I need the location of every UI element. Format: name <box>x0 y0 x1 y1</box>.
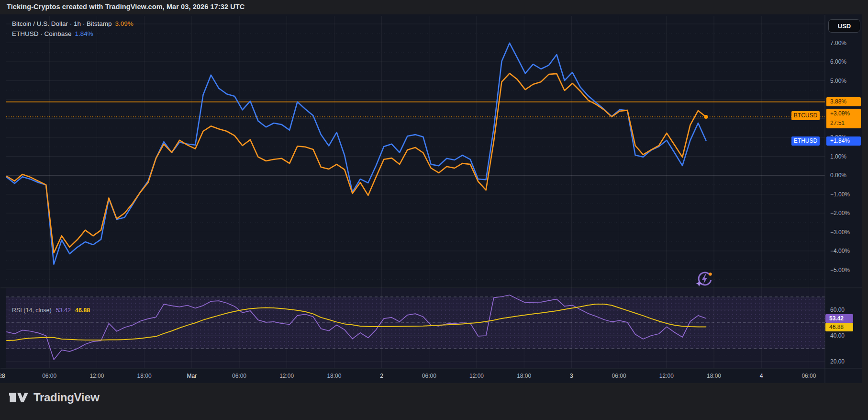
tradingview-logo[interactable]: TradingView <box>8 391 100 404</box>
time-tick-7: 18:00 <box>319 372 349 380</box>
time-tick-3: 18:00 <box>129 372 160 380</box>
time-tick-16: 4 <box>746 372 777 380</box>
legend-row-btc[interactable]: Bitcoin / U.S. Dollar · 1h · Bitstamp3.0… <box>12 19 134 29</box>
currency-toggle-button[interactable]: USD <box>828 19 860 33</box>
legend-change-eth: 1.84% <box>75 30 93 37</box>
price-tick--4: −4.00% <box>830 247 850 255</box>
time-tick-5: 06:00 <box>224 372 255 380</box>
rsi-tick-20: 20.00 <box>830 358 845 365</box>
tradingview-logo-text: TradingView <box>33 391 100 404</box>
alert-price-label: 3.88% <box>826 97 861 106</box>
legend-symbol-btc: Bitcoin / U.S. Dollar · 1h · Bitstamp <box>12 20 112 27</box>
rsi-legend-ma-value: 46.88 <box>75 307 90 314</box>
legend-change-btc: 3.09% <box>115 20 134 27</box>
eth-price-label: +1.84% <box>826 136 861 146</box>
price-tick--5: −5.00% <box>830 266 850 274</box>
time-tick-1: 06:00 <box>34 372 65 380</box>
time-tick-14: 12:00 <box>651 372 682 380</box>
price-tick-0: 0.00% <box>830 171 846 179</box>
footer: TradingView <box>0 383 868 420</box>
price-tick--1: −1.00% <box>830 191 850 198</box>
time-tick-6: 12:00 <box>271 372 302 380</box>
legend-symbol-eth: ETHUSD · Coinbase <box>12 30 72 37</box>
chart-canvas[interactable] <box>0 15 862 384</box>
time-tick-10: 12:00 <box>461 372 492 380</box>
rsi-value-label: 53.42 <box>825 314 853 323</box>
time-tick-13: 06:00 <box>604 372 634 380</box>
time-tick-15: 18:00 <box>699 372 729 380</box>
price-tick-7: 7.00% <box>830 39 846 47</box>
price-tick--3: −3.00% <box>830 228 850 236</box>
price-tick-6: 6.00% <box>830 58 846 66</box>
time-tick-11: 18:00 <box>509 372 539 380</box>
time-tick-0: 28 <box>0 372 17 380</box>
btc-bar-countdown: 27:51 <box>830 118 861 128</box>
page: { "title_bar": { "text": "Ticking-Crypto… <box>0 0 868 420</box>
btc-price-label: +3.09% 27:51 <box>826 109 861 128</box>
time-tick-9: 06:00 <box>414 372 445 380</box>
rsi-legend[interactable]: RSI (14, close)53.4246.88 <box>12 307 94 314</box>
chart-widget: Bitcoin / U.S. Dollar · 1h · Bitstamp3.0… <box>0 14 862 384</box>
time-tick-8: 2 <box>367 372 397 380</box>
main-legend: Bitcoin / U.S. Dollar · 1h · Bitstamp3.0… <box>12 19 134 39</box>
rsi-legend-value: 53.42 <box>56 307 71 314</box>
price-tick--2: −2.00% <box>830 209 850 217</box>
rsi-legend-title: RSI (14, close) <box>12 307 52 314</box>
price-tick-1: 1.00% <box>830 153 846 160</box>
eth-line[interactable] <box>7 43 706 264</box>
btc-series-tag: BTCUSD <box>791 111 820 120</box>
btc-line[interactable] <box>7 73 706 253</box>
export-title-bar: Ticking-Cryptos created with TradingView… <box>0 0 868 14</box>
page-title: Ticking-Cryptos created with TradingView… <box>7 3 245 11</box>
rsi-tick-40: 40.00 <box>830 332 845 340</box>
legend-row-eth[interactable]: ETHUSD · Coinbase1.84% <box>12 29 134 39</box>
rsi-ma-value-label: 46.88 <box>825 323 853 331</box>
tradingview-logo-icon <box>8 391 29 404</box>
time-tick-17: 06:00 <box>793 372 824 380</box>
time-tick-12: 3 <box>556 372 587 380</box>
btc-change-value: +3.09% <box>830 109 861 118</box>
price-tick-5: 5.00% <box>830 77 846 85</box>
eth-series-tag: ETHUSD <box>791 136 820 146</box>
time-tick-4: Mar <box>177 372 207 380</box>
time-tick-2: 12:00 <box>81 372 112 380</box>
rsi-tick-60: 60.00 <box>830 306 845 314</box>
ai-spark-icon[interactable] <box>695 270 713 288</box>
